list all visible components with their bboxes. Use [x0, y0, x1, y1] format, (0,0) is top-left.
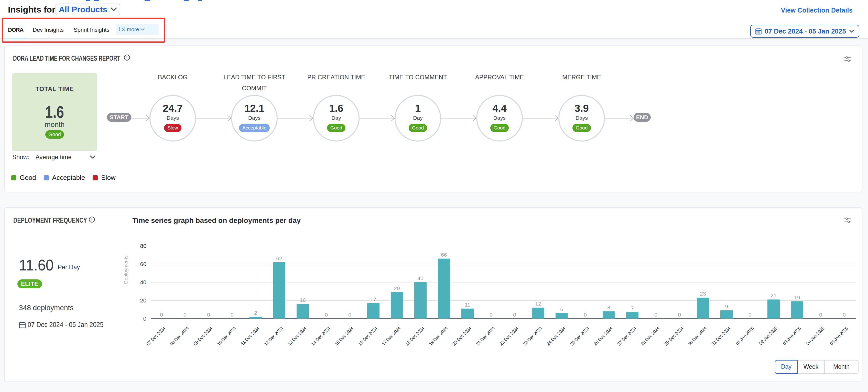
svg-text:23: 23 [700, 291, 706, 297]
svg-text:0: 0 [230, 312, 234, 318]
svg-text:02 Jan 2025: 02 Jan 2025 [758, 326, 778, 346]
svg-text:25 Dec 2024: 25 Dec 2024 [569, 326, 590, 346]
svg-text:0: 0 [348, 312, 351, 318]
svg-text:0: 0 [160, 312, 163, 318]
svg-text:20: 20 [140, 297, 146, 304]
svg-text:24 Dec 2024: 24 Dec 2024 [546, 326, 566, 346]
svg-text:26 Dec 2024: 26 Dec 2024 [593, 326, 614, 346]
svg-text:66: 66 [441, 252, 447, 258]
svg-text:0: 0 [748, 312, 751, 318]
svg-text:7: 7 [631, 305, 634, 311]
svg-text:13 Dec 2024: 13 Dec 2024 [287, 326, 308, 346]
svg-text:0: 0 [654, 312, 657, 318]
svg-text:16 Dec 2024: 16 Dec 2024 [357, 326, 378, 346]
svg-text:11: 11 [465, 302, 470, 307]
svg-text:0: 0 [184, 312, 187, 318]
svg-text:21: 21 [771, 293, 776, 298]
svg-text:0: 0 [143, 315, 146, 322]
svg-text:16: 16 [300, 297, 306, 303]
svg-text:60: 60 [140, 261, 146, 267]
svg-text:04 Jan 2025: 04 Jan 2025 [805, 326, 826, 346]
svg-text:18 Dec 2024: 18 Dec 2024 [404, 326, 425, 346]
svg-text:30 Dec 2024: 30 Dec 2024 [687, 326, 708, 346]
svg-text:03 Jan 2025: 03 Jan 2025 [781, 326, 802, 346]
svg-text:0: 0 [513, 312, 516, 318]
svg-text:0: 0 [843, 312, 846, 318]
svg-text:14 Dec 2024: 14 Dec 2024 [310, 326, 331, 346]
svg-text:62: 62 [276, 255, 282, 261]
svg-text:08 Dec 2024: 08 Dec 2024 [169, 326, 190, 346]
svg-text:6: 6 [560, 306, 563, 312]
svg-text:40: 40 [417, 275, 423, 281]
svg-text:8: 8 [607, 304, 610, 310]
svg-text:10 Dec 2024: 10 Dec 2024 [216, 326, 237, 346]
svg-text:07 Dec 2024: 07 Dec 2024 [145, 326, 166, 346]
svg-text:0: 0 [207, 312, 210, 318]
svg-text:40: 40 [140, 279, 146, 285]
svg-text:9: 9 [725, 303, 728, 309]
svg-text:29: 29 [394, 285, 400, 291]
svg-text:0: 0 [819, 312, 822, 318]
svg-text:05 Jan 2025: 05 Jan 2025 [829, 326, 849, 346]
svg-text:17 Dec 2024: 17 Dec 2024 [381, 326, 402, 346]
svg-text:17: 17 [370, 296, 376, 302]
svg-text:11 Dec 2024: 11 Dec 2024 [240, 326, 260, 346]
svg-text:01 Jan 2025: 01 Jan 2025 [735, 326, 755, 346]
svg-text:15 Dec 2024: 15 Dec 2024 [334, 326, 355, 346]
svg-text:12 Dec 2024: 12 Dec 2024 [263, 326, 284, 346]
svg-text:0: 0 [584, 312, 587, 318]
svg-text:20 Dec 2024: 20 Dec 2024 [452, 326, 472, 346]
svg-text:Deployments: Deployments [123, 255, 128, 284]
svg-text:2: 2 [254, 310, 257, 316]
svg-text:23 Dec 2024: 23 Dec 2024 [522, 326, 543, 346]
svg-text:09 Dec 2024: 09 Dec 2024 [192, 326, 213, 346]
svg-text:0: 0 [490, 312, 493, 318]
svg-text:19: 19 [794, 295, 800, 300]
svg-text:0: 0 [678, 312, 681, 318]
svg-text:19 Dec 2024: 19 Dec 2024 [428, 326, 449, 346]
svg-text:12: 12 [535, 301, 541, 306]
svg-text:80: 80 [140, 243, 146, 249]
svg-text:31 Dec 2024: 31 Dec 2024 [710, 326, 731, 346]
svg-text:22 Dec 2024: 22 Dec 2024 [498, 326, 520, 346]
svg-text:21 Dec 2024: 21 Dec 2024 [475, 326, 496, 346]
svg-text:29 Dec 2024: 29 Dec 2024 [663, 326, 684, 346]
svg-text:28 Dec 2024: 28 Dec 2024 [640, 326, 661, 346]
svg-text:27 Dec 2024: 27 Dec 2024 [616, 326, 637, 346]
svg-text:0: 0 [325, 312, 328, 318]
